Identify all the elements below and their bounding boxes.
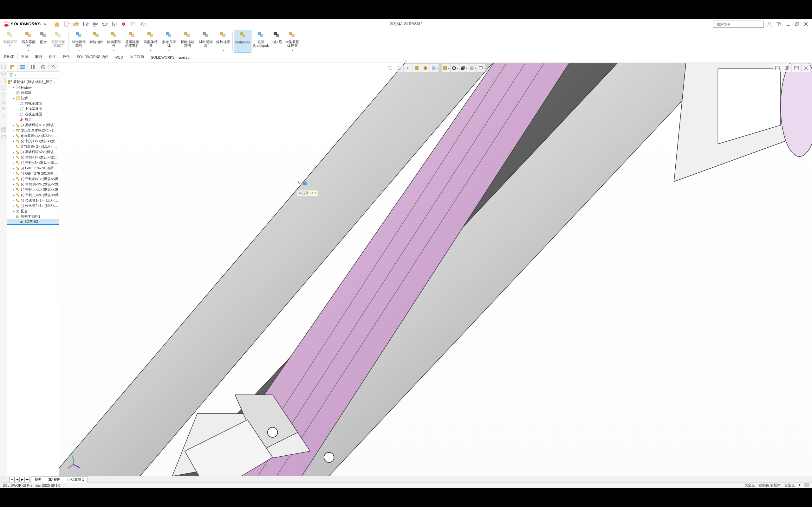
- take-snapshot-button[interactable]: 拍快照: [270, 30, 283, 53]
- fm-tab-dimxpert[interactable]: [38, 63, 49, 71]
- assembly-features-button[interactable]: 装配体特征▾: [142, 30, 159, 53]
- tab-nav-next[interactable]: ▶: [20, 477, 25, 482]
- tree-item[interactable]: ▸(-) 带轮轴<2> (默认<<默: [7, 181, 59, 187]
- tree-item[interactable]: 3D3D草图2: [7, 219, 59, 225]
- tab-SOLIDWORKS 插件[interactable]: SOLIDWORKS 插件: [73, 53, 112, 60]
- tab-nav-prev[interactable]: ◀: [14, 477, 20, 482]
- tab-SOLIDWORKS Inspection[interactable]: SOLIDWORKS Inspection: [147, 54, 195, 60]
- feature-tree[interactable]: 装配体1 (默认<默认_显示状态 ▸History传感器▸注解前视基准面上视基准…: [7, 78, 59, 476]
- tree-item[interactable]: ▸History: [7, 84, 59, 90]
- tree-item[interactable]: ▸(-) 带轮上<1> (默认<<默: [7, 187, 59, 192]
- rail-btn-8[interactable]: [1, 113, 6, 118]
- update-speedpak-button[interactable]: 更新Speedpak: [252, 30, 270, 53]
- bottom-tab-模型[interactable]: 模型: [31, 476, 45, 483]
- prev-view-button[interactable]: [404, 64, 412, 72]
- bom-button[interactable]: 材料明细表: [197, 30, 215, 53]
- apply-scene-button[interactable]: ▾: [468, 64, 476, 72]
- viewport-close[interactable]: [802, 64, 810, 72]
- rail-btn-1[interactable]: [1, 64, 6, 70]
- tab-nav-first[interactable]: ⏮: [9, 477, 14, 482]
- edit-appearance-button[interactable]: ▾: [459, 64, 468, 72]
- help-button[interactable]: ?▾: [775, 20, 783, 28]
- tree-item[interactable]: ▸(-) 驱动后轮<1> (默认<<默: [7, 122, 59, 128]
- rail-btn-7[interactable]: [1, 106, 6, 112]
- tree-item[interactable]: ▸(-) GB/T 276-2013[深沟球: [7, 171, 59, 176]
- tree-item[interactable]: ▸(-) 割刀<1> (默认<<默认:: [7, 138, 59, 144]
- login-button[interactable]: [766, 20, 773, 28]
- dynamic-annotation-button[interactable]: A: [421, 64, 429, 72]
- fm-tab-config[interactable]: [28, 63, 38, 71]
- tab-MBD[interactable]: MBD: [112, 54, 126, 60]
- tree-item[interactable]: ▸(-) 驱动后轮<2> (默认<<默: [7, 149, 59, 155]
- status-flag-icon[interactable]: [804, 483, 809, 487]
- smart-fasteners-button[interactable]: 智能扣件: [89, 30, 104, 53]
- new-motion-study-button[interactable]: 新建运动算例: [179, 30, 196, 53]
- viewport-fullscreen[interactable]: [773, 64, 781, 72]
- rail-btn-3[interactable]: [1, 78, 6, 83]
- app-logo[interactable]: SOLIDWORKS ▶: [3, 21, 47, 27]
- app-menu-drop[interactable]: ▶: [44, 22, 47, 26]
- 3d-viewport[interactable]: A▾▾▾▾▾▾: [59, 63, 812, 476]
- instant3d-button[interactable]: Instant3D: [234, 30, 251, 53]
- move-component-button[interactable]: 移动零部件▾: [105, 30, 123, 53]
- tab-nav-last[interactable]: ⏭: [25, 477, 30, 482]
- bottom-tab-3D 视图[interactable]: 3D 视图: [45, 476, 64, 483]
- tree-item[interactable]: ▸(-) 传送带1<1> (默认<<默: [7, 198, 59, 203]
- tree-item[interactable]: 原点: [7, 117, 59, 122]
- tab-大工程师[interactable]: 大工程师: [126, 53, 147, 60]
- tree-item[interactable]: ▸(-) 传送带2<1> (默认<<默: [7, 203, 59, 209]
- zoom-fit-button[interactable]: [386, 64, 394, 72]
- exploded-view-button[interactable]: 爆炸视图▾: [215, 30, 231, 53]
- bottom-tab-运动算例 1[interactable]: 运动算例 1: [64, 476, 88, 483]
- large-assembly-button[interactable]: 大型装配体设置▾: [284, 30, 301, 53]
- hide-show-button[interactable]: ▾: [451, 64, 459, 72]
- rail-btn-9[interactable]: [1, 127, 6, 132]
- rail-btn-10[interactable]: [1, 134, 6, 139]
- tree-item[interactable]: ▸(-) 带轮<1> (默认<<默认:: [7, 155, 59, 160]
- mate-button[interactable]: 配合: [38, 30, 49, 53]
- tree-item[interactable]: 镜向零部件1: [7, 214, 59, 219]
- tree-item[interactable]: ▸(固定) 总体框架<1> (默认: [7, 128, 59, 133]
- rail-btn-6[interactable]: [1, 99, 6, 105]
- select-button[interactable]: ▾: [110, 20, 118, 28]
- insert-components-button[interactable]: 插入零部件▾: [20, 30, 38, 53]
- tab-布局[interactable]: 布局: [17, 53, 32, 60]
- view-settings-button[interactable]: ▾: [477, 64, 486, 72]
- tab-草图[interactable]: 草图: [32, 53, 45, 60]
- orientation-triad[interactable]: x y z: [66, 454, 81, 469]
- tree-item[interactable]: ▸注解: [7, 95, 59, 101]
- feature-filter[interactable]: ▾: [7, 72, 59, 78]
- open-button[interactable]: ▾: [72, 20, 80, 28]
- undo-button[interactable]: ▾: [101, 20, 109, 28]
- display-style-button[interactable]: ▾: [442, 64, 450, 72]
- fm-tab-tree[interactable]: [7, 63, 17, 71]
- reference-geometry-button[interactable]: 参考几何体▾: [160, 30, 178, 53]
- viewport-maximize[interactable]: [792, 64, 801, 72]
- tree-item[interactable]: ▸(-) GB/T 276-2013[深沟球: [7, 165, 59, 171]
- minimize-button[interactable]: [785, 20, 792, 27]
- close-button[interactable]: [803, 20, 809, 27]
- save-button[interactable]: ▾: [82, 20, 90, 28]
- fm-tab-display[interactable]: [49, 63, 59, 71]
- status-unit-icon[interactable]: ▾: [799, 483, 801, 488]
- tree-item[interactable]: ▸配合: [7, 209, 59, 214]
- rail-btn-2[interactable]: [1, 71, 6, 77]
- options-panel-button[interactable]: [129, 20, 137, 28]
- tree-item[interactable]: 前视基准面: [7, 101, 59, 106]
- viewport-window[interactable]: [783, 64, 791, 72]
- print-button[interactable]: ▾: [91, 20, 99, 28]
- tab-装配体[interactable]: 装配体: [0, 53, 17, 60]
- tab-评估[interactable]: 评估: [59, 53, 73, 60]
- status-custom[interactable]: 自定义: [784, 483, 795, 488]
- tree-item[interactable]: 上视基准面: [7, 106, 59, 112]
- command-search[interactable]: [713, 20, 764, 27]
- restore-button[interactable]: [794, 20, 801, 27]
- tree-item[interactable]: ▸(-) 带轮轴<1> (默认<<默: [7, 176, 59, 181]
- rail-btn-4[interactable]: [1, 85, 6, 91]
- tab-标注[interactable]: 标注: [45, 53, 59, 60]
- section-view-button[interactable]: [412, 64, 421, 72]
- search-input[interactable]: [717, 22, 760, 26]
- home-button[interactable]: [53, 20, 61, 28]
- tree-root[interactable]: 装配体1 (默认<默认_显示状态: [7, 79, 59, 84]
- tree-item[interactable]: ▸(-) 带轮<2> (默认<<默认:: [7, 160, 59, 165]
